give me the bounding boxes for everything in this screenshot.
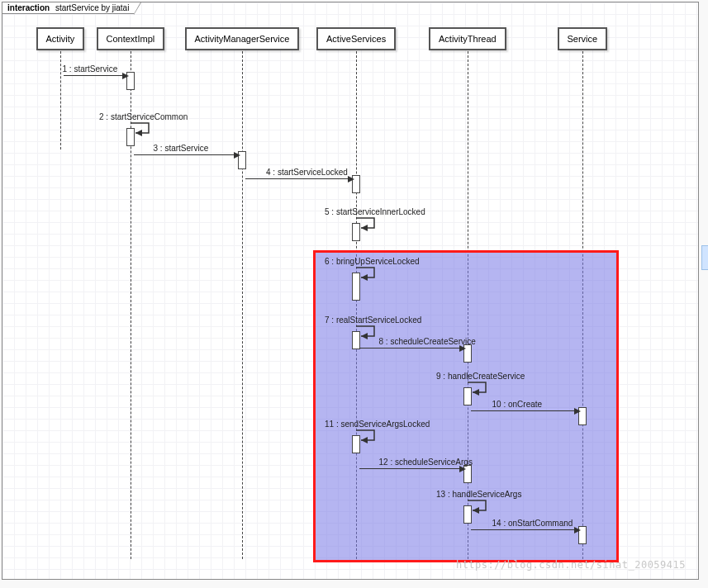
watermark: https://blog.csdn.net/sinat_20059415 <box>456 559 686 571</box>
participant-ams: ActivityManagerService <box>185 27 300 50</box>
side-handle[interactable] <box>701 245 708 270</box>
frame-title: interaction startService by jiatai <box>2 2 135 14</box>
participant-service: Service <box>558 27 608 50</box>
frame-keyword: interaction <box>7 3 50 12</box>
diagram-frame: interaction startService by jiatai Activ… <box>2 2 699 580</box>
participant-activeservices: ActiveServices <box>316 27 396 50</box>
lifeline-activity <box>60 47 61 149</box>
participant-contextimpl: ContextImpl <box>97 27 165 50</box>
frame-name: startService by jiatai <box>55 3 129 12</box>
participant-activity: Activity <box>36 27 85 50</box>
participant-activitythread: ActivityThread <box>429 27 506 50</box>
lifeline-ams <box>242 47 243 559</box>
